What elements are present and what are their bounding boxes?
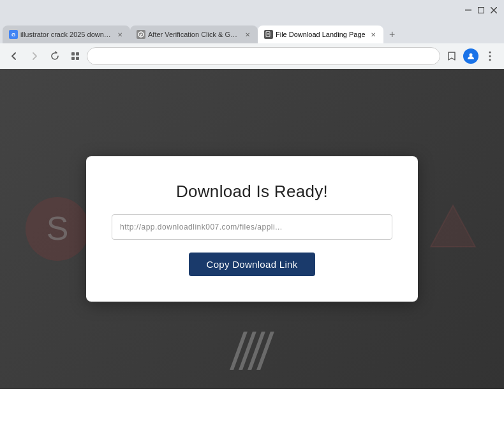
svg-point-13	[489, 52, 491, 54]
dialog-title: Download Is Ready!	[176, 182, 328, 202]
nav-bar	[0, 43, 504, 69]
back-button[interactable]	[5, 47, 23, 65]
tab-1-title: illustrator crack 2025 downloa...	[20, 31, 112, 38]
svg-rect-8	[71, 52, 75, 55]
tab-3-favicon	[264, 30, 273, 39]
forward-button[interactable]	[26, 47, 43, 65]
nav-right	[443, 47, 499, 65]
tab-2-title: After Verification Click & Go to...	[148, 31, 240, 38]
svg-point-14	[489, 55, 491, 57]
tab-1[interactable]: G illustrator crack 2025 downloa... ✕	[3, 26, 130, 43]
tab-2-close[interactable]: ✕	[242, 29, 253, 40]
tab-3[interactable]: File Download Landing Page ✕	[258, 26, 383, 43]
tab-3-title: File Download Landing Page	[276, 31, 366, 38]
svg-rect-11	[76, 57, 79, 60]
svg-rect-10	[71, 57, 75, 60]
svg-rect-0	[465, 10, 471, 11]
bookmark-button[interactable]	[443, 47, 461, 65]
tab-2[interactable]: After Verification Click & Go to... ✕	[130, 26, 258, 43]
profile-avatar	[463, 48, 478, 64]
extensions-button[interactable]	[66, 47, 84, 65]
window-controls	[463, 5, 499, 15]
minimize-button[interactable]	[463, 5, 473, 15]
svg-rect-5	[266, 32, 270, 37]
tab-1-close[interactable]: ✕	[115, 29, 125, 40]
page-content: SPIRIT S Download Is Ready! Copy Downloa…	[0, 69, 504, 389]
tab-bar: G illustrator crack 2025 downloa... ✕ Af…	[0, 20, 504, 43]
menu-button[interactable]	[481, 47, 499, 65]
close-button[interactable]	[489, 5, 499, 15]
tab-3-close[interactable]: ✕	[368, 29, 378, 40]
svg-rect-9	[76, 52, 79, 55]
tab-2-favicon	[137, 30, 145, 39]
profile-button[interactable]	[462, 47, 480, 65]
title-bar	[0, 0, 504, 20]
svg-point-15	[489, 59, 491, 61]
tab-1-favicon: G	[9, 30, 18, 39]
address-bar[interactable]	[87, 47, 440, 65]
download-link-input[interactable]	[112, 214, 392, 240]
dialog-overlay: Download Is Ready! Copy Download Link	[0, 69, 504, 389]
copy-download-link-button[interactable]: Copy Download Link	[189, 253, 316, 276]
reload-button[interactable]	[46, 47, 64, 65]
new-tab-button[interactable]: +	[383, 26, 401, 43]
svg-rect-1	[478, 8, 484, 13]
maximize-button[interactable]	[476, 5, 486, 15]
svg-point-12	[470, 54, 473, 57]
browser-chrome: G illustrator crack 2025 downloa... ✕ Af…	[0, 0, 504, 69]
download-dialog: Download Is Ready! Copy Download Link	[86, 156, 418, 302]
